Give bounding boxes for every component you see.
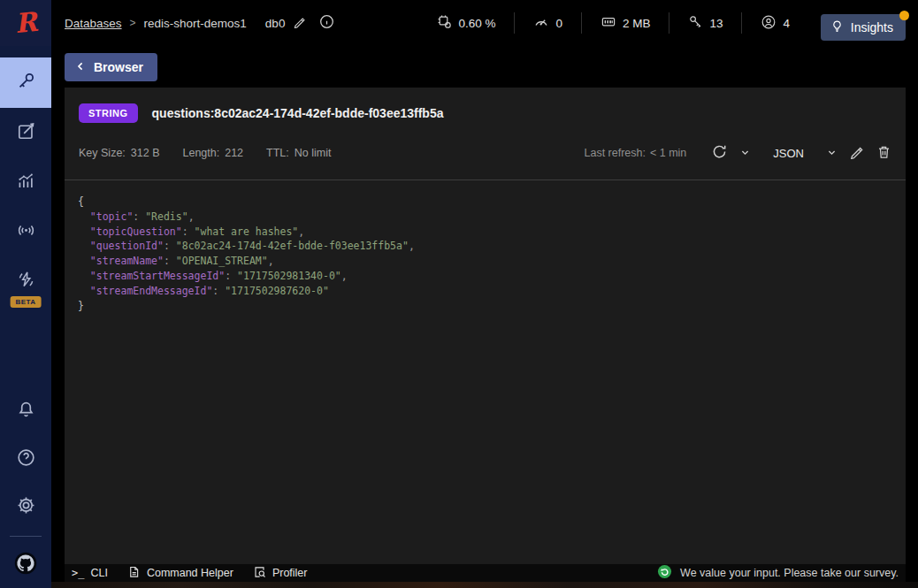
key-meta-row: Key Size: 312 B Length: 212 TTL: No limi… bbox=[65, 132, 906, 174]
chevron-left-icon bbox=[75, 60, 86, 74]
github-icon bbox=[13, 551, 38, 579]
top-header: R Databases > redis-short-demos1 db0 0.6… bbox=[0, 0, 918, 46]
key-size-value: 312 B bbox=[131, 147, 160, 159]
redis-logo-icon: R bbox=[13, 9, 38, 37]
format-selected-value: JSON bbox=[773, 147, 804, 160]
last-refresh-label: Last refresh: bbox=[585, 147, 646, 159]
survey-link[interactable]: We value your input. Please take our sur… bbox=[657, 564, 899, 582]
key-header: STRING questions:8c02ac24-174d-42ef-bdde… bbox=[65, 88, 906, 125]
document-icon bbox=[127, 565, 141, 581]
sidebar-item-settings[interactable] bbox=[0, 483, 51, 531]
insights-notification-dot bbox=[899, 11, 909, 20]
redis-logo[interactable]: R bbox=[0, 0, 51, 46]
breadcrumb-database-name: redis-short-demos1 bbox=[144, 17, 247, 30]
cpu-icon bbox=[437, 14, 452, 32]
gauge-icon bbox=[533, 14, 549, 33]
database-overview-stats: 0.60 % 0 2 MB 13 4 bbox=[418, 0, 808, 46]
insights-label: Insights bbox=[851, 20, 893, 34]
survey-icon bbox=[657, 564, 672, 582]
breadcrumb: Databases > redis-short-demos1 db0 bbox=[65, 0, 334, 46]
bell-icon bbox=[15, 399, 37, 424]
sidebar-divider bbox=[10, 536, 42, 537]
json-value-view[interactable]: { "topic": "Redis", "topicQuestion": "wh… bbox=[65, 180, 906, 313]
pencil-icon bbox=[293, 15, 306, 31]
help-icon bbox=[15, 447, 37, 472]
chevron-down-icon bbox=[740, 147, 750, 160]
back-to-browser-button[interactable]: Browser bbox=[65, 53, 157, 81]
sidebar-item-workbench[interactable] bbox=[0, 108, 51, 157]
stat-clients-value: 4 bbox=[783, 17, 790, 30]
workbench-icon bbox=[15, 120, 37, 146]
stat-keys-value: 13 bbox=[709, 17, 723, 30]
stat-commands-value: 0 bbox=[555, 17, 562, 30]
key-count-icon bbox=[688, 14, 703, 32]
analytics-chart-icon bbox=[15, 170, 37, 195]
cli-toggle[interactable]: >_ CLI bbox=[72, 567, 108, 579]
terminal-icon: >_ bbox=[72, 567, 84, 579]
key-actions: Last refresh: < 1 min JSON bbox=[585, 143, 892, 163]
lightbulb-icon bbox=[830, 19, 844, 35]
stat-commands-per-sec: 0 bbox=[515, 14, 581, 33]
profiler-label: Profiler bbox=[272, 567, 308, 579]
command-helper-toggle[interactable]: Command Helper bbox=[127, 565, 233, 581]
profiler-toggle[interactable]: Profiler bbox=[253, 565, 308, 581]
chevron-down-icon bbox=[827, 147, 837, 160]
database-info-button[interactable] bbox=[319, 14, 334, 32]
key-meta-left: Key Size: 312 B Length: 212 TTL: No limi… bbox=[79, 147, 331, 159]
sidebar-item-browser[interactable] bbox=[0, 57, 51, 108]
last-refresh: Last refresh: < 1 min bbox=[585, 147, 687, 159]
key-name[interactable]: questions:8c02ac24-174d-42ef-bdde-f03ee1… bbox=[152, 106, 444, 120]
memory-icon bbox=[601, 14, 616, 33]
back-button-label: Browser bbox=[94, 60, 143, 74]
sidebar-item-help[interactable] bbox=[0, 435, 51, 483]
sidebar-item-notifications[interactable] bbox=[0, 387, 51, 435]
trash-icon bbox=[876, 144, 891, 162]
length-label: Length: bbox=[182, 147, 219, 159]
refresh-button[interactable] bbox=[711, 143, 728, 163]
bottom-toolbar: >_ CLI Command Helper Profiler We value … bbox=[65, 564, 906, 582]
key-length: Length: 212 bbox=[182, 147, 243, 159]
stat-memory-value: 2 MB bbox=[623, 17, 651, 30]
sidebar-item-analysis[interactable] bbox=[0, 157, 51, 207]
beta-badge: BETA bbox=[11, 296, 42, 308]
sidebar: BETA bbox=[0, 46, 51, 588]
ttl-value[interactable]: No limit bbox=[295, 147, 332, 159]
breadcrumb-separator: > bbox=[130, 17, 136, 29]
last-refresh-value: < 1 min bbox=[650, 147, 686, 159]
pencil-icon bbox=[849, 144, 864, 162]
stat-cpu-value: 0.60 % bbox=[458, 17, 495, 30]
edit-value-button[interactable] bbox=[849, 144, 864, 162]
stat-cpu: 0.60 % bbox=[418, 14, 514, 32]
stat-clients: 4 bbox=[742, 14, 808, 33]
db-index-label: db0 bbox=[265, 17, 286, 30]
sidebar-item-github[interactable] bbox=[0, 542, 51, 588]
user-icon bbox=[761, 14, 776, 33]
background-window-strip bbox=[51, 582, 918, 588]
length-value: 212 bbox=[225, 147, 243, 159]
key-size: Key Size: 312 B bbox=[79, 147, 159, 159]
key-icon bbox=[15, 70, 37, 95]
pub-sub-icon bbox=[15, 219, 37, 245]
stat-keys: 13 bbox=[669, 14, 741, 32]
delete-key-button[interactable] bbox=[876, 144, 891, 162]
command-helper-label: Command Helper bbox=[147, 567, 233, 579]
breadcrumb-databases-link[interactable]: Databases bbox=[65, 17, 122, 30]
sidebar-item-triggers-functions[interactable]: BETA bbox=[0, 256, 51, 306]
key-ttl: TTL: No limit bbox=[266, 147, 331, 159]
key-type-badge: STRING bbox=[79, 103, 138, 123]
ttl-label: TTL: bbox=[266, 147, 289, 159]
edit-database-alias-button[interactable] bbox=[293, 15, 306, 31]
survey-label: We value your input. Please take our sur… bbox=[680, 567, 899, 579]
info-icon bbox=[319, 14, 334, 32]
insights-button[interactable]: Insights bbox=[821, 14, 906, 41]
profiler-magnifier-icon bbox=[253, 565, 266, 581]
key-details-panel: STRING questions:8c02ac24-174d-42ef-bdde… bbox=[65, 88, 906, 564]
key-size-label: Key Size: bbox=[79, 147, 126, 159]
refresh-settings-button[interactable] bbox=[740, 147, 750, 160]
lightning-pipeline-icon bbox=[15, 269, 37, 294]
stat-memory: 2 MB bbox=[582, 14, 669, 33]
sidebar-item-pub-sub[interactable] bbox=[0, 207, 51, 256]
cli-label: CLI bbox=[90, 567, 107, 579]
value-format-select[interactable]: JSON bbox=[750, 147, 837, 160]
gear-icon bbox=[15, 494, 37, 520]
